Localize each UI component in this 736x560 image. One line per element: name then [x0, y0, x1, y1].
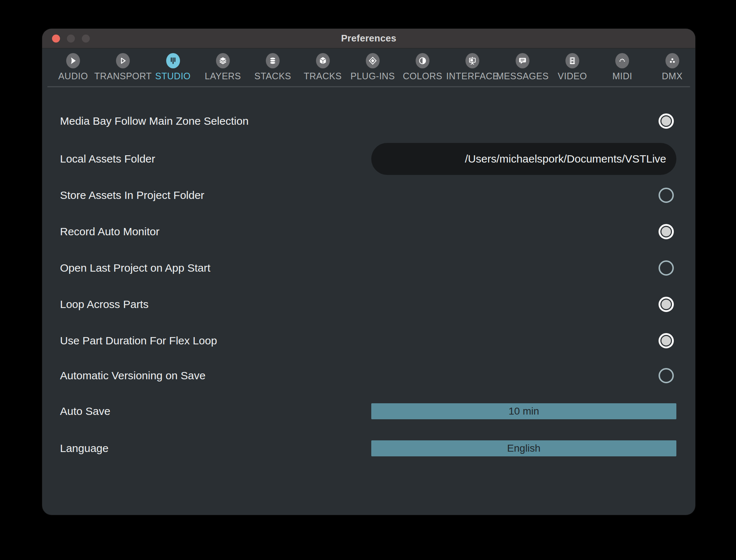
language-select[interactable]: English	[371, 440, 676, 456]
preferences-window: Preferences AUDIOTRANSPORTSTUDIOLAYERSST…	[42, 29, 695, 515]
loop-across-parts-label: Loop Across Parts	[60, 286, 148, 323]
store-assets-in-project-folder-toggle[interactable]	[659, 188, 674, 203]
settings-row-record-auto-monitor: Record Auto Monitor	[42, 213, 695, 250]
midi-din-icon	[615, 53, 629, 68]
auto-save-label: Auto Save	[60, 393, 110, 429]
stacks-icon	[266, 53, 280, 68]
use-part-duration-for-flex-loop-label: Use Part Duration For Flex Loop	[60, 323, 217, 359]
media-bay-follow-main-zone-selection-toggle[interactable]	[659, 113, 674, 129]
piano-keys-icon	[166, 53, 180, 68]
preferences-tab-bar: AUDIOTRANSPORTSTUDIOLAYERSSTACKSTRACKSPL…	[42, 48, 695, 87]
automatic-versioning-on-save-label: Automatic Versioning on Save	[60, 357, 205, 394]
media-bay-follow-main-zone-selection-label: Media Bay Follow Main Zone Selection	[60, 103, 249, 139]
store-assets-in-project-folder-label: Store Assets In Project Folder	[60, 177, 204, 213]
open-last-project-on-app-start-toggle[interactable]	[659, 260, 674, 276]
local-assets-folder-field[interactable]: /Users/michaelspork/Documents/VSTLive	[371, 143, 676, 175]
settings-row-use-part-duration-for-flex-loop: Use Part Duration For Flex Loop	[42, 323, 695, 359]
window-title: Preferences	[341, 33, 396, 44]
plugin-diamond-icon	[366, 53, 380, 68]
settings-row-media-bay-follow-main-zone-selection: Media Bay Follow Main Zone Selection	[42, 103, 695, 139]
toggle-knob	[661, 300, 671, 309]
toggle-knob	[661, 116, 671, 126]
auto-save-select[interactable]: 10 min	[371, 403, 676, 419]
toggle-knob	[661, 336, 671, 345]
open-last-project-on-app-start-label: Open Last Project on App Start	[60, 250, 211, 286]
play-outline-icon	[116, 53, 130, 68]
dmx-xlr-icon	[665, 53, 679, 68]
settings-row-store-assets-in-project-folder: Store Assets In Project Folder	[42, 177, 695, 213]
use-part-duration-for-flex-loop-toggle[interactable]	[659, 333, 674, 348]
presentation-icon	[465, 53, 479, 68]
zoom-button[interactable]	[82, 35, 90, 43]
settings-row-automatic-versioning-on-save: Automatic Versioning on Save	[42, 357, 695, 394]
record-auto-monitor-label: Record Auto Monitor	[60, 213, 159, 250]
language-label: Language	[60, 430, 108, 467]
toggle-knob	[661, 227, 671, 236]
tab-label: DMX	[641, 71, 695, 81]
contrast-icon	[416, 53, 429, 68]
settings-row-local-assets-folder: Local Assets Folder/Users/michaelspork/D…	[42, 141, 695, 177]
cube-icon	[316, 53, 330, 68]
local-assets-folder-label: Local Assets Folder	[60, 141, 155, 177]
close-button[interactable]	[52, 35, 60, 43]
filmstrip-icon	[565, 53, 579, 68]
settings-row-language: LanguageEnglish	[42, 430, 695, 467]
settings-row-loop-across-parts: Loop Across Parts	[42, 286, 695, 323]
layers-icon	[216, 53, 230, 68]
settings-panel: Media Bay Follow Main Zone SelectionLoca…	[42, 87, 695, 515]
title-bar[interactable]: Preferences	[42, 29, 695, 48]
settings-row-open-last-project-on-app-start: Open Last Project on App Start	[42, 250, 695, 286]
tab-dmx[interactable]: DMX	[641, 48, 695, 81]
message-bubble-icon	[516, 53, 529, 68]
record-auto-monitor-toggle[interactable]	[659, 224, 674, 239]
minimize-button[interactable]	[67, 35, 75, 43]
play-cursor-icon	[66, 53, 80, 68]
loop-across-parts-toggle[interactable]	[659, 297, 674, 312]
automatic-versioning-on-save-toggle[interactable]	[659, 368, 674, 383]
settings-row-auto-save: Auto Save10 min	[42, 393, 695, 429]
